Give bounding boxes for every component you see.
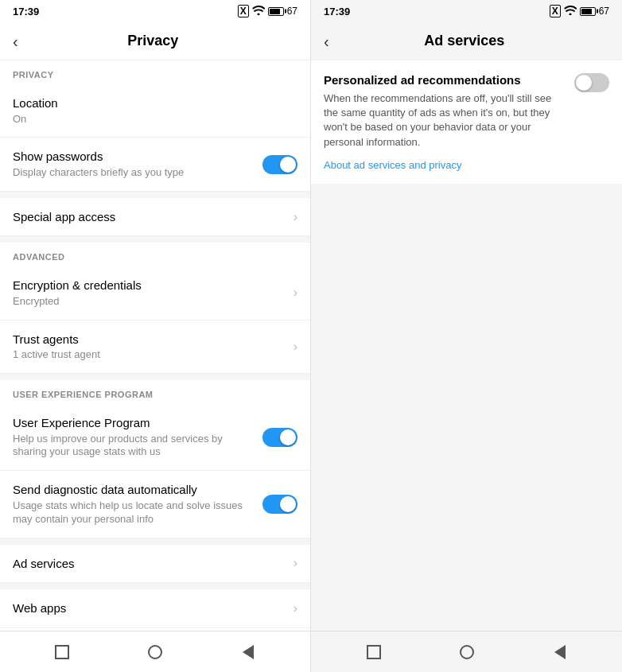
ad-services-title: Ad services xyxy=(13,556,284,572)
time-right: 17:39 xyxy=(324,6,350,17)
page-title-right: Ad services xyxy=(339,33,590,49)
chevron-icon-web: › xyxy=(294,601,297,615)
sep1 xyxy=(0,192,310,198)
sep2 xyxy=(0,236,310,243)
ux-program-title: User Experience Program xyxy=(13,415,253,431)
section-advanced: ADVANCED xyxy=(0,243,310,266)
send-diagnostic-content: Send diagnostic data automatically Usage… xyxy=(13,482,253,526)
battery-icon-right xyxy=(580,7,596,16)
status-icons-left: X 67 xyxy=(238,5,297,17)
chevron-icon-encryption: › xyxy=(294,286,297,299)
back-button-left[interactable]: ‹ xyxy=(13,33,18,49)
location-subtitle: On xyxy=(13,113,297,126)
section-privacy: PRIVACY xyxy=(0,60,310,84)
show-passwords-toggle-wrap xyxy=(262,155,297,174)
bottom-nav-left xyxy=(0,631,310,672)
status-icons-right: X 67 xyxy=(550,5,609,17)
send-diagnostic-title: Send diagnostic data automatically xyxy=(13,482,253,498)
ad-toggle[interactable] xyxy=(574,73,609,92)
nav-recent-left[interactable] xyxy=(51,641,73,663)
trust-agents-item[interactable]: Trust agents 1 active trust agent › xyxy=(0,320,310,374)
ad-card-header: Personalized ad recommendations When the… xyxy=(324,73,609,150)
nav-back-right[interactable] xyxy=(549,641,571,663)
sep3 xyxy=(0,374,310,380)
toggle-knob-ux xyxy=(280,429,296,445)
web-apps-content: Web apps xyxy=(13,600,284,616)
ad-services-panel: 17:39 X 67 ‹ Ad services Personalized ad… xyxy=(311,0,622,672)
circle-icon-left xyxy=(148,645,162,659)
sep4 xyxy=(0,538,310,545)
triangle-icon-left xyxy=(243,645,254,659)
chevron-icon-special: › xyxy=(294,210,297,223)
nav-recent-right[interactable] xyxy=(363,641,385,663)
ux-program-item[interactable]: User Experience Program Help us improve … xyxy=(0,404,310,471)
battery-percent-right: 67 xyxy=(599,6,609,17)
send-diagnostic-toggle-wrap xyxy=(262,495,297,514)
special-app-access-content: Special app access xyxy=(13,209,284,225)
section-ux: USER EXPERIENCE PROGRAM xyxy=(0,380,310,404)
send-diagnostic-toggle[interactable] xyxy=(262,495,297,514)
nav-back-left[interactable] xyxy=(237,641,259,663)
special-app-access-title: Special app access xyxy=(13,209,284,225)
web-apps-chevron-wrap: › xyxy=(294,601,297,616)
x-icon: X xyxy=(238,5,249,17)
send-diagnostic-item[interactable]: Send diagnostic data automatically Usage… xyxy=(0,471,310,538)
time-left: 17:39 xyxy=(13,6,39,17)
web-apps-title: Web apps xyxy=(13,600,284,616)
show-passwords-title: Show passwords xyxy=(13,149,253,165)
ad-panel-spacer xyxy=(311,184,622,631)
ux-program-toggle[interactable] xyxy=(262,428,297,447)
ad-services-content: Ad services xyxy=(13,556,284,572)
back-button-right[interactable]: ‹ xyxy=(324,33,329,49)
special-app-access-item[interactable]: Special app access › xyxy=(0,198,310,237)
ad-description: When the recommendations are off, you'll… xyxy=(324,91,565,150)
header-left: ‹ Privacy xyxy=(0,22,310,60)
trust-agents-content: Trust agents 1 active trust agent xyxy=(13,332,284,362)
bottom-nav-right xyxy=(311,631,622,672)
ad-card: Personalized ad recommendations When the… xyxy=(311,60,622,184)
sep5 xyxy=(0,583,310,589)
privacy-panel: 17:39 X 67 ‹ Privacy PRIVACY Location On xyxy=(0,0,311,672)
header-right: ‹ Ad services xyxy=(311,22,622,60)
show-passwords-subtitle: Display characters briefly as you type xyxy=(13,166,253,180)
ad-toggle-wrap xyxy=(574,73,609,92)
encryption-subtitle: Encrypted xyxy=(13,295,284,309)
battery-icon-left xyxy=(268,7,284,16)
status-bar-right: 17:39 X 67 xyxy=(311,0,622,22)
special-app-access-chevron-wrap: › xyxy=(294,210,297,224)
triangle-icon-right xyxy=(554,645,566,659)
toggle-knob-diag xyxy=(280,496,296,512)
circle-icon-right xyxy=(460,645,474,659)
encryption-content: Encryption & credentials Encrypted xyxy=(13,278,284,308)
page-title-left: Privacy xyxy=(28,33,278,49)
trust-agents-chevron-wrap: › xyxy=(294,340,297,354)
show-passwords-toggle[interactable] xyxy=(262,155,297,174)
battery-percent-left: 67 xyxy=(287,6,297,17)
chevron-icon-ad: › xyxy=(294,556,297,569)
location-item[interactable]: Location On xyxy=(0,84,310,138)
ad-services-chevron-wrap: › xyxy=(294,556,297,570)
toggle-knob-ad xyxy=(576,75,592,91)
ad-title: Personalized ad recommendations xyxy=(324,73,565,87)
ad-card-text: Personalized ad recommendations When the… xyxy=(324,73,565,150)
web-apps-item[interactable]: Web apps › xyxy=(0,589,310,628)
encryption-item[interactable]: Encryption & credentials Encrypted › xyxy=(0,266,310,320)
status-bar-left: 17:39 X 67 xyxy=(0,0,310,22)
square-icon-left xyxy=(55,645,69,659)
wifi-icon xyxy=(252,6,265,17)
chevron-icon-trust: › xyxy=(294,340,297,353)
location-title: Location xyxy=(13,95,297,111)
show-passwords-item[interactable]: Show passwords Display characters briefl… xyxy=(0,138,310,191)
show-passwords-content: Show passwords Display characters briefl… xyxy=(13,149,253,179)
ux-program-subtitle: Help us improve our products and service… xyxy=(13,433,253,460)
ux-program-toggle-wrap xyxy=(262,428,297,447)
send-diagnostic-subtitle: Usage stats which help us locate and sol… xyxy=(13,499,253,526)
ad-services-link[interactable]: About ad services and privacy xyxy=(324,159,609,171)
square-icon-right xyxy=(367,645,381,659)
nav-home-right[interactable] xyxy=(456,641,478,663)
ad-services-item[interactable]: Ad services › xyxy=(0,545,310,584)
x-icon-right: X xyxy=(550,5,561,17)
encryption-title: Encryption & credentials xyxy=(13,278,284,293)
nav-home-left[interactable] xyxy=(144,641,166,663)
trust-agents-title: Trust agents xyxy=(13,332,284,348)
